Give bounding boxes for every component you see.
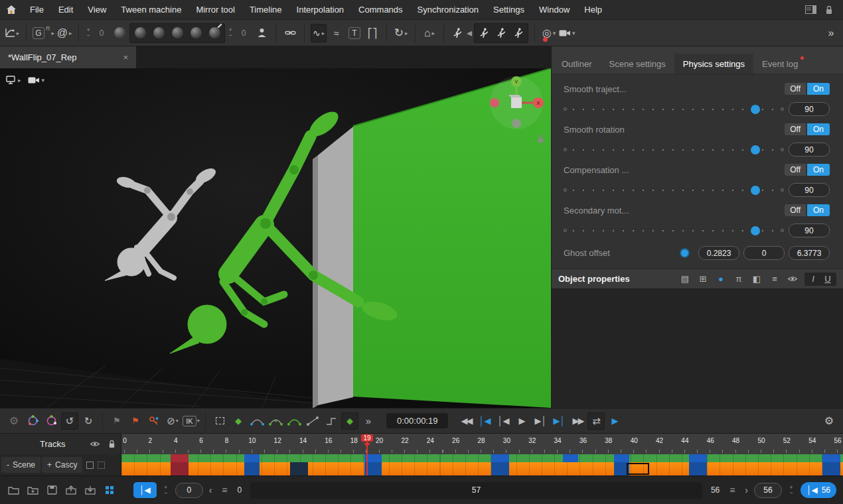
slider-value-box[interactable]: 90 — [789, 183, 830, 197]
orientation-gizmo[interactable]: Y X — [486, 72, 547, 133]
camera-view-button[interactable]: ▾ — [28, 76, 45, 84]
slider-value-box[interactable]: 90 — [789, 102, 830, 116]
animation-mode-b-button[interactable] — [494, 26, 508, 40]
interp-step-button[interactable] — [323, 412, 340, 430]
toggle-on-button[interactable]: On — [807, 164, 830, 176]
rewind-button[interactable]: ◀◀ — [457, 412, 475, 430]
ball-move-button[interactable] — [151, 24, 167, 42]
interp-linear-button[interactable] — [304, 412, 321, 430]
menu-item-mirror-tool[interactable]: Mirror tool — [189, 0, 242, 19]
interp-arc-green-button[interactable] — [285, 412, 303, 430]
rotate-cycle-button[interactable]: ↻ ▸ — [393, 24, 409, 42]
playhead[interactable]: 19 — [366, 434, 368, 475]
split-view-icon[interactable]: ◧ — [751, 273, 763, 285]
toolbar-overflow-button[interactable]: » — [823, 24, 839, 42]
magnet-snap-button[interactable]: @ ▸ — [56, 24, 72, 42]
playback-settings-gear-icon[interactable]: ⚙ — [820, 412, 838, 430]
refresh-cycle-button[interactable]: ↻ — [80, 412, 97, 430]
menu-item-synchronization[interactable]: Synchronization — [410, 0, 487, 19]
prev-keyframe-button[interactable]: │◀ — [476, 412, 493, 430]
italic-i-icon[interactable]: I — [807, 273, 819, 285]
gizmo-mode-b-button[interactable] — [42, 412, 60, 430]
ik-mode-button[interactable]: IK ▾ — [183, 412, 200, 430]
next-frame-button[interactable]: ▶│ — [532, 412, 549, 430]
keyframe-marker[interactable] — [244, 462, 260, 475]
interp-arc-v-button[interactable] — [267, 412, 284, 430]
export-icon[interactable] — [64, 484, 78, 496]
fast-forward-button[interactable]: ▶▶ — [569, 412, 586, 430]
keyframe-marker[interactable] — [563, 454, 578, 462]
menu-item-commands[interactable]: Commands — [351, 0, 410, 19]
slider[interactable] — [572, 226, 776, 235]
graph-editor-tool-button[interactable]: ▸ — [4, 24, 20, 42]
menu-item-file[interactable]: File — [23, 0, 51, 19]
jump-to-start-button[interactable]: │◀ — [133, 482, 157, 498]
character-track-strip[interactable] — [121, 462, 843, 475]
menu-item-timeline[interactable]: Timeline — [242, 0, 289, 19]
display-mode-button[interactable]: ▸ — [5, 75, 21, 85]
collapse-toggle[interactable]: + — [47, 460, 52, 470]
physics-play-button[interactable]: ▶ — [606, 412, 623, 430]
rest-pose-button[interactable]: ⌂ ▸ — [422, 24, 437, 42]
tracks-lock-icon[interactable] — [108, 440, 115, 448]
menu-item-edit[interactable]: Edit — [51, 0, 80, 19]
timeline-settings-gear-icon[interactable]: ⚙ — [5, 412, 23, 430]
jump-to-end-button[interactable]: │◀ 56 — [801, 482, 836, 498]
key-button[interactable] — [145, 412, 163, 430]
scene-track-strip[interactable] — [121, 454, 843, 462]
interp-fixed-button[interactable]: ◆ — [341, 412, 358, 430]
frame-ruler[interactable]: 0246810121416182022242628303234363840424… — [121, 434, 843, 454]
keyframe-marker[interactable] — [290, 462, 308, 475]
slider[interactable] — [572, 105, 776, 114]
chevron-left-small-icon[interactable]: ‹ — [209, 485, 212, 495]
tab-physics-settings[interactable]: Physics settings — [674, 54, 753, 74]
loop-mode-button[interactable]: ↺ — [61, 412, 78, 430]
slider-handle[interactable] — [751, 145, 760, 155]
chevron-right-small-icon[interactable]: › — [745, 485, 748, 495]
list-icon[interactable]: ≡ — [769, 273, 781, 285]
character-button[interactable] — [254, 24, 269, 42]
layout-panels-icon[interactable] — [805, 5, 816, 15]
keyframe-marker[interactable] — [244, 454, 260, 462]
range-scrollbar[interactable]: 57 — [250, 482, 702, 499]
animation-mode-button[interactable] — [450, 26, 465, 40]
keyframe-marker[interactable] — [491, 454, 509, 462]
time-display[interactable]: 0:00:00:19 — [386, 413, 448, 428]
ban-button[interactable]: ⊘ ▾ — [164, 412, 181, 430]
keyframe-marker[interactable] — [614, 454, 629, 462]
slider[interactable] — [572, 145, 776, 155]
track-checkbox-icon[interactable] — [86, 462, 94, 469]
range-menu-left-icon[interactable]: ≡ — [218, 484, 231, 496]
weight-value[interactable]: 0 — [236, 24, 252, 42]
selection-frame-box[interactable] — [627, 463, 650, 475]
collapse-toggle[interactable]: - — [7, 460, 9, 470]
snap-value-stepper[interactable]: +− — [85, 28, 92, 38]
timeline-overflow-button[interactable]: » — [360, 412, 377, 430]
range-start-box[interactable]: 0 — [175, 483, 203, 498]
tiles-icon[interactable]: ⊞ — [697, 273, 709, 285]
tab-outliner[interactable]: Outliner — [553, 54, 601, 74]
ball-scale-button[interactable] — [188, 24, 204, 42]
ball-edit-button[interactable] — [206, 24, 222, 42]
animation-mode-c-button[interactable] — [511, 26, 526, 40]
save-icon[interactable] — [45, 484, 58, 496]
menu-item-tween-machine[interactable]: Tween machine — [114, 0, 189, 19]
close-tab-icon[interactable]: × — [123, 52, 128, 62]
tab-scene-settings[interactable]: Scene settings — [601, 54, 674, 74]
ball-mode-button[interactable] — [112, 24, 127, 42]
import-icon[interactable] — [84, 484, 97, 496]
viewport-3d-scene[interactable]: ▸ ▾ Y X — [0, 68, 551, 408]
range-end-box[interactable]: 56 — [754, 483, 782, 498]
slider-handle[interactable] — [751, 105, 760, 114]
gizmo-mode-a-button[interactable] — [24, 412, 41, 430]
range-end-stepper[interactable]: +− — [788, 485, 795, 495]
document-tab[interactable]: *WallFlip_07_Rep × — [0, 46, 136, 68]
prev-frame-button[interactable]: │◀ — [495, 412, 512, 430]
tab-event-log[interactable]: Event log — [753, 54, 806, 74]
toggle-on-button[interactable]: On — [807, 204, 830, 216]
menu-item-interpolation[interactable]: Interpolation — [289, 0, 352, 19]
underline-u-icon[interactable]: U — [822, 273, 834, 285]
slider[interactable] — [572, 186, 776, 195]
weight-value-stepper[interactable]: +− — [227, 28, 234, 38]
eye-icon[interactable] — [787, 273, 799, 285]
